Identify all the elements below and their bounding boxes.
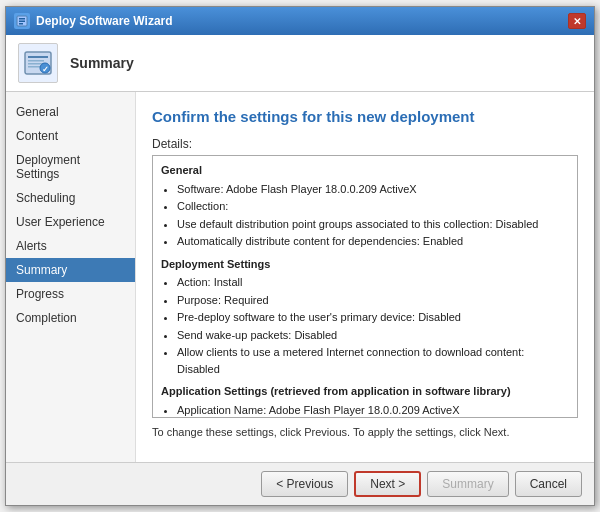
title-bar-icon [14,13,30,29]
svg-rect-5 [28,56,48,58]
sidebar-item-content[interactable]: Content [6,124,135,148]
sidebar: General Content Deployment Settings Sche… [6,92,136,462]
list-item: Allow clients to use a metered Internet … [177,344,569,377]
list-item: Purpose: Required [177,292,569,309]
header-bar: ✓ Summary [6,35,594,92]
list-item: Application Name: Adobe Flash Player 18.… [177,402,569,419]
main-content: Confirm the settings for this new deploy… [136,92,594,462]
section-items: Application Name: Adobe Flash Player 18.… [177,402,569,419]
details-box[interactable]: GeneralSoftware: Adobe Flash Player 18.0… [152,155,578,418]
button-bar: < Previous Next > Summary Cancel [6,462,594,505]
title-bar-text: Deploy Software Wizard [36,14,173,28]
wizard-window: Deploy Software Wizard ✕ ✓ Summary Gener… [5,6,595,506]
svg-rect-3 [19,23,23,25]
sidebar-item-deployment-settings[interactable]: Deployment Settings [6,148,135,186]
sidebar-item-completion[interactable]: Completion [6,306,135,330]
section-title: Application Settings (retrieved from app… [161,383,569,400]
svg-rect-2 [19,21,25,23]
close-button[interactable]: ✕ [568,13,586,29]
sidebar-item-user-experience[interactable]: User Experience [6,210,135,234]
main-title: Confirm the settings for this new deploy… [152,108,578,125]
section-title: Deployment Settings [161,256,569,273]
svg-text:✓: ✓ [42,65,49,74]
list-item: Use default distribution point groups as… [177,216,569,233]
list-item: Collection: [177,198,569,215]
cancel-button[interactable]: Cancel [515,471,582,497]
next-button[interactable]: Next > [354,471,421,497]
sidebar-item-general[interactable]: General [6,100,135,124]
list-item: Action: Install [177,274,569,291]
svg-rect-1 [19,18,25,20]
list-item: Pre-deploy software to the user's primar… [177,309,569,326]
summary-button[interactable]: Summary [427,471,508,497]
sidebar-item-summary[interactable]: Summary [6,258,135,282]
header-title: Summary [70,55,134,71]
list-item: Software: Adobe Flash Player 18.0.0.209 … [177,181,569,198]
section-items: Software: Adobe Flash Player 18.0.0.209 … [177,181,569,250]
wizard-body: General Content Deployment Settings Sche… [6,92,594,462]
sidebar-item-scheduling[interactable]: Scheduling [6,186,135,210]
previous-button[interactable]: < Previous [261,471,348,497]
details-label: Details: [152,137,578,151]
section-title: General [161,162,569,179]
section-items: Action: InstallPurpose: RequiredPre-depl… [177,274,569,377]
sidebar-item-alerts[interactable]: Alerts [6,234,135,258]
footer-text: To change these settings, click Previous… [152,426,578,438]
list-item: Send wake-up packets: Disabled [177,327,569,344]
wizard-icon: ✓ [18,43,58,83]
svg-rect-6 [28,60,44,62]
title-bar: Deploy Software Wizard ✕ [6,7,594,35]
list-item: Automatically distribute content for dep… [177,233,569,250]
sidebar-item-progress[interactable]: Progress [6,282,135,306]
